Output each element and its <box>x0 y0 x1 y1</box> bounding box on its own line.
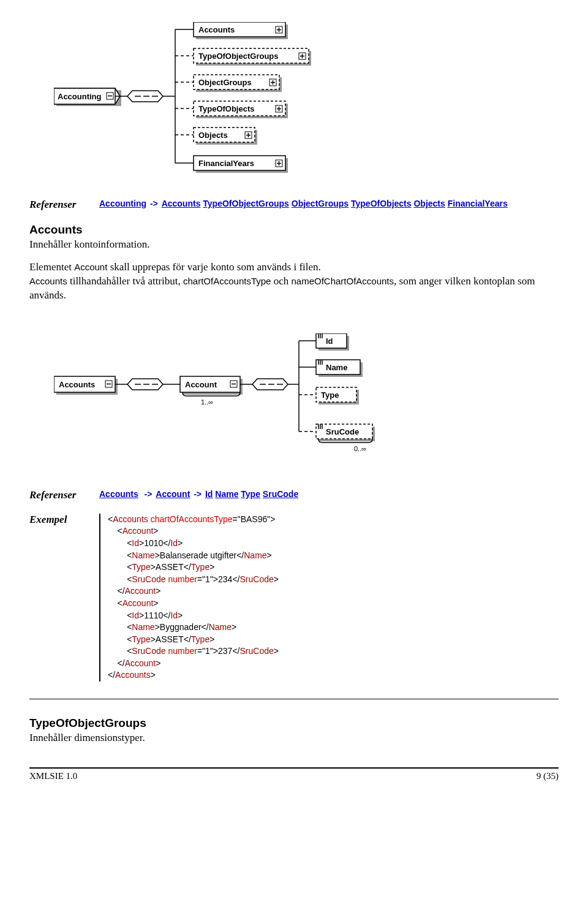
link-accounts[interactable]: Accounts <box>162 199 201 208</box>
footer-left: XMLSIE 1.0 <box>29 771 77 781</box>
accounts-subtitle: Innehåller kontoinformation. <box>29 238 559 252</box>
toog-subtitle: Innehåller dimensionstyper. <box>29 731 559 745</box>
svg-text:Objects: Objects <box>198 131 228 140</box>
schema-diagram-accounts: Accounts Account 1..∞ Id Name Type SruCo… <box>54 333 559 458</box>
link-objects[interactable]: Objects <box>413 199 445 208</box>
link-name[interactable]: Name <box>215 489 238 499</box>
svg-text:Id: Id <box>326 336 333 346</box>
svg-text:SruCode: SruCode <box>326 427 359 436</box>
link-financialyears[interactable]: FinancialYears <box>448 199 508 208</box>
accounts-heading: Accounts <box>29 223 559 237</box>
svg-text:Accounts: Accounts <box>59 380 95 389</box>
svg-text:1..∞: 1..∞ <box>201 398 213 406</box>
link-typeofobjectgroups[interactable]: TypeOfObjectGroups <box>203 199 289 208</box>
svg-text:0..∞: 0..∞ <box>354 445 366 452</box>
link-objectgroups[interactable]: ObjectGroups <box>292 199 349 208</box>
referenser-row-1: Referenser Accounting -> Accounts TypeOf… <box>29 199 559 211</box>
link-type[interactable]: Type <box>241 489 260 499</box>
svg-text:Account: Account <box>185 380 217 389</box>
toog-heading: TypeOfObjectGroups <box>29 716 559 730</box>
diagram1-root: Accounting <box>58 92 102 101</box>
link-srucode[interactable]: SruCode <box>263 489 298 499</box>
svg-text:Type: Type <box>321 390 339 400</box>
accounts-para: Elementet Account skall upprepas för var… <box>29 260 559 303</box>
link-accounting[interactable]: Accounting <box>99 199 146 208</box>
link-account-2[interactable]: Account <box>156 489 190 499</box>
schema-diagram-accounting: Accounting Accounts TypeOfObjectGroups O… <box>54 22 559 184</box>
svg-text:ObjectGroups: ObjectGroups <box>198 78 252 87</box>
referenser-links-1: Accounting -> Accounts TypeOfObjectGroup… <box>99 199 508 208</box>
svg-text:TypeOfObjectGroups: TypeOfObjectGroups <box>198 51 279 61</box>
referenser-row-2: Referenser Accounts -> Account -> Id Nam… <box>29 489 559 501</box>
svg-text:Name: Name <box>326 363 347 372</box>
svg-text:FinancialYears: FinancialYears <box>198 159 254 168</box>
link-id[interactable]: Id <box>205 489 213 499</box>
referenser-links-2: Accounts -> Account -> Id Name Type SruC… <box>99 489 298 499</box>
page-footer: XMLSIE 1.0 9 (35) <box>29 771 559 781</box>
svg-text:TypeOfObjects: TypeOfObjects <box>198 104 255 113</box>
exempel-row: Exempel <Accounts chartOfAccountsType="B… <box>29 514 559 682</box>
link-typeofobjects[interactable]: TypeOfObjects <box>351 199 412 208</box>
xml-example: <Accounts chartOfAccountsType="BAS96"> <… <box>99 514 279 682</box>
link-accounts-2[interactable]: Accounts <box>99 489 138 499</box>
footer-right: 9 (35) <box>537 771 559 781</box>
referenser-label: Referenser <box>29 199 97 211</box>
referenser-label-2: Referenser <box>29 489 97 501</box>
svg-text:Accounts: Accounts <box>198 25 235 34</box>
exempel-label: Exempel <box>29 514 97 526</box>
